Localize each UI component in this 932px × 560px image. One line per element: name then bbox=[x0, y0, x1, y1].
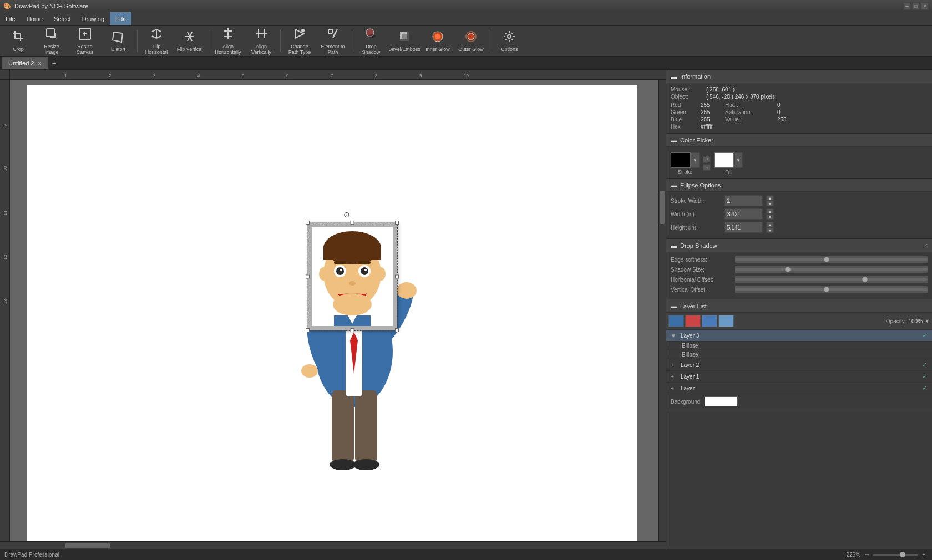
h-offset-slider[interactable] bbox=[735, 276, 928, 283]
layer-1-check[interactable]: ✓ bbox=[922, 373, 928, 380]
height-up[interactable]: ▲ bbox=[766, 222, 774, 227]
arrow-btn[interactable]: → bbox=[703, 164, 711, 171]
layer-3-check[interactable]: ✓ bbox=[922, 332, 928, 339]
rotation-handle[interactable]: ⊙ bbox=[343, 210, 350, 219]
layer-list-header[interactable]: ▬ Layer List bbox=[666, 299, 932, 313]
tool-inner-glow[interactable]: Inner Glow bbox=[422, 27, 454, 55]
fill-dropdown[interactable]: ▼ bbox=[734, 152, 743, 168]
width-up[interactable]: ▲ bbox=[766, 208, 774, 214]
info-panel-header[interactable]: ▬ Information bbox=[666, 70, 932, 83]
window-controls[interactable]: ─ □ ✕ bbox=[903, 2, 929, 10]
menu-select[interactable]: Select bbox=[48, 12, 77, 25]
tab-untitled2[interactable]: Untitled 2 ✕ bbox=[2, 57, 48, 69]
width-label: Width (in): bbox=[671, 211, 721, 217]
stroke-width-up[interactable]: ▲ bbox=[766, 195, 774, 201]
menu-file[interactable]: File bbox=[0, 12, 21, 25]
color-swap-buttons: ⇄ → bbox=[703, 156, 711, 171]
crop-icon bbox=[12, 30, 25, 45]
zoom-in-btn[interactable]: + bbox=[920, 552, 928, 558]
layer-2-expand[interactable]: + bbox=[671, 362, 677, 368]
tool-crop[interactable]: Crop bbox=[2, 27, 34, 55]
layer-base-check[interactable]: ✓ bbox=[922, 384, 928, 392]
svg-rect-32 bbox=[334, 261, 346, 264]
opacity-dropdown[interactable]: ▼ bbox=[925, 318, 930, 324]
zoom-thumb[interactable] bbox=[900, 552, 905, 557]
layer-3-expand[interactable]: ▼ bbox=[671, 333, 677, 339]
h-scrollbar[interactable] bbox=[0, 541, 666, 549]
close-button[interactable]: ✕ bbox=[921, 2, 929, 10]
layer-controls: Opacity: 100% ▼ bbox=[666, 313, 932, 330]
color-picker-header[interactable]: ▬ Color Picker bbox=[666, 134, 932, 147]
layer-item-2[interactable]: + Layer 2 ✓ bbox=[666, 359, 932, 371]
tab-close-button[interactable]: ✕ bbox=[37, 60, 42, 67]
tool-flip-h[interactable]: Flip Horizontal bbox=[140, 27, 173, 55]
v-scroll-thumb[interactable] bbox=[660, 191, 665, 224]
menu-bar: File Home Select Drawing Edit bbox=[0, 12, 932, 26]
edge-softness-label: Edge softness: bbox=[671, 257, 732, 263]
menu-edit[interactable]: Edit bbox=[110, 12, 131, 25]
tool-align-v[interactable]: Align Vertically bbox=[245, 27, 277, 55]
status-bar: DrawPad Professional 226% ─ + bbox=[0, 549, 932, 560]
layer-item-1[interactable]: + Layer 1 ✓ bbox=[666, 371, 932, 383]
layer-thumb-2[interactable] bbox=[685, 315, 701, 327]
tool-distort[interactable]: Distort bbox=[102, 27, 134, 55]
tool-resize-image[interactable]: Resize Image bbox=[36, 27, 68, 55]
tab-add-button[interactable]: + bbox=[48, 57, 60, 69]
drop-shadow-close-btn[interactable]: × bbox=[924, 242, 928, 248]
stroke-width-input[interactable] bbox=[724, 195, 763, 206]
stroke-swatch[interactable] bbox=[671, 152, 691, 168]
drop-shadow-header[interactable]: ▬ Drop Shadow × bbox=[666, 239, 932, 252]
layer-base-expand[interactable]: + bbox=[671, 385, 677, 391]
fill-swatch[interactable] bbox=[714, 152, 734, 168]
width-down[interactable]: ▼ bbox=[766, 214, 774, 220]
tool-resize-canvas[interactable]: Resize Canvas bbox=[69, 27, 101, 55]
tool-align-h[interactable]: Align Horizontally bbox=[212, 27, 244, 55]
zoom-slider[interactable] bbox=[873, 554, 918, 556]
ellipse-options-header[interactable]: ▬ Ellipse Options bbox=[666, 179, 932, 192]
tool-drop-shadow[interactable]: Drop Shadow bbox=[355, 27, 387, 55]
height-input[interactable] bbox=[724, 222, 763, 233]
edge-softness-slider[interactable] bbox=[735, 256, 928, 263]
layer-2-check[interactable]: ✓ bbox=[922, 361, 928, 369]
width-row: Width (in): ▲ ▼ bbox=[671, 208, 928, 220]
tool-outer-glow[interactable]: Outer Glow bbox=[455, 27, 487, 55]
background-swatch[interactable] bbox=[705, 396, 738, 406]
layer-3-sub-ellipse-2[interactable]: Ellipse bbox=[666, 350, 932, 359]
layer-thumb-1[interactable] bbox=[668, 315, 684, 327]
edge-softness-thumb[interactable] bbox=[824, 257, 829, 262]
layer-thumb-4[interactable] bbox=[718, 315, 734, 327]
canvas-scroll[interactable]: ⊙ bbox=[10, 80, 666, 541]
layer-1-expand[interactable]: + bbox=[671, 374, 677, 380]
layer-item-base[interactable]: + Layer ✓ bbox=[666, 383, 932, 394]
menu-drawing[interactable]: Drawing bbox=[77, 12, 110, 25]
tool-options[interactable]: Options bbox=[493, 27, 525, 55]
shadow-size-thumb[interactable] bbox=[785, 267, 791, 272]
v-offset-slider[interactable] bbox=[735, 286, 928, 293]
app-icon: 🎨 bbox=[3, 3, 11, 10]
tool-change-path[interactable]: Change Path Type bbox=[283, 27, 316, 55]
h-scroll-thumb[interactable] bbox=[65, 543, 110, 548]
width-input[interactable] bbox=[724, 208, 763, 220]
stroke-width-row: Stroke Width: ▲ ▼ bbox=[671, 195, 928, 206]
layer-item-3[interactable]: ▼ Layer 3 ✓ bbox=[666, 330, 932, 342]
tool-flip-v[interactable]: Flip Vertical bbox=[174, 27, 206, 55]
shadow-size-slider[interactable] bbox=[735, 266, 928, 273]
layer-3-sub-ellipse-1[interactable]: Ellipse bbox=[666, 342, 932, 350]
menu-home[interactable]: Home bbox=[21, 12, 48, 25]
hex-label: Hex bbox=[671, 124, 698, 130]
tool-bevel-emboss[interactable]: Bevel/Emboss bbox=[388, 27, 421, 55]
maximize-button[interactable]: □ bbox=[912, 2, 920, 10]
zoom-out-btn[interactable]: ─ bbox=[863, 552, 871, 558]
stroke-dropdown[interactable]: ▼ bbox=[691, 152, 700, 168]
height-label: Height (in): bbox=[671, 225, 721, 231]
tool-element-to-path[interactable]: Element to Path bbox=[317, 27, 349, 55]
swap-colors-btn[interactable]: ⇄ bbox=[703, 156, 711, 163]
v-scrollbar[interactable] bbox=[658, 80, 666, 541]
v-offset-thumb[interactable] bbox=[824, 287, 829, 292]
h-offset-thumb[interactable] bbox=[862, 277, 868, 282]
svg-point-37 bbox=[361, 267, 368, 275]
height-down[interactable]: ▼ bbox=[766, 227, 774, 233]
minimize-button[interactable]: ─ bbox=[903, 2, 911, 10]
stroke-width-down[interactable]: ▼ bbox=[766, 201, 774, 206]
layer-thumb-3[interactable] bbox=[702, 315, 717, 327]
